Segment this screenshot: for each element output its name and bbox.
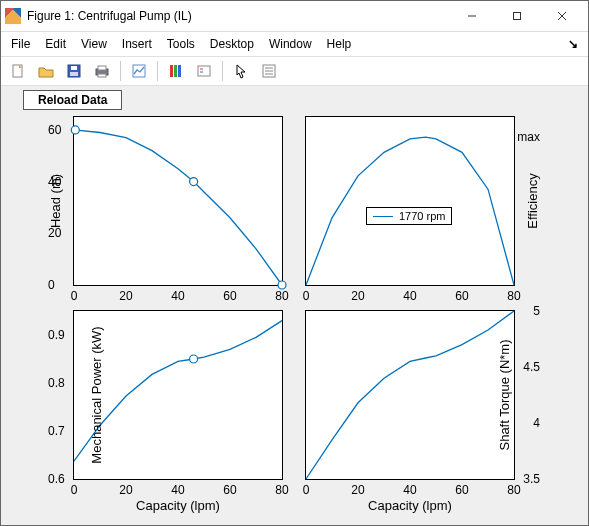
minimize-icon [467, 11, 477, 21]
svg-marker-19 [237, 65, 245, 78]
xtick: 20 [119, 483, 132, 497]
xtick: 60 [455, 289, 468, 303]
new-figure-icon [10, 63, 26, 79]
plot-mech-power: Mechanical Power (kW) Capacity (lpm) 020… [7, 310, 287, 520]
ytick: 0.6 [48, 472, 65, 486]
xtick: 0 [71, 483, 78, 497]
xtick: 0 [303, 289, 310, 303]
reload-data-button[interactable]: Reload Data [23, 90, 122, 110]
svg-rect-13 [170, 65, 173, 77]
pointer-arrow-icon [233, 63, 249, 79]
legend-button[interactable] [191, 58, 217, 84]
print-button[interactable] [89, 58, 115, 84]
menu-window[interactable]: Window [263, 35, 318, 53]
xtick: 40 [171, 483, 184, 497]
xlabel-torque: Capacity (lpm) [368, 498, 452, 513]
ytick: 0 [48, 278, 55, 292]
matlab-logo-icon [5, 8, 21, 24]
ytick: 0.7 [48, 424, 65, 438]
ylabel-efficiency: Efficiency [525, 173, 540, 228]
figure-area: Reload Data Head (m) 0204060800204060 Ef… [1, 86, 588, 525]
xlabel-mech-power: Capacity (lpm) [136, 498, 220, 513]
dock-arrow-icon[interactable]: ↘ [562, 35, 584, 53]
toolbar-separator [222, 61, 223, 81]
datacursor-button[interactable] [126, 58, 152, 84]
xtick: 40 [171, 289, 184, 303]
titlebar: Figure 1: Centrifugal Pump (IL) [1, 1, 588, 32]
save-button[interactable] [61, 58, 87, 84]
ytick-max: max [517, 130, 540, 144]
ylabel-torque: Shaft Torque (N*m) [497, 339, 512, 450]
menu-file[interactable]: File [5, 35, 36, 53]
series-head [74, 117, 282, 285]
xtick: 20 [119, 289, 132, 303]
toolbar-separator [157, 61, 158, 81]
xtick: 80 [275, 289, 288, 303]
legend-swatch-icon [373, 216, 393, 217]
xtick: 60 [223, 289, 236, 303]
colorbar-button[interactable] [163, 58, 189, 84]
maximize-button[interactable] [494, 1, 539, 31]
pointer-button[interactable] [228, 58, 254, 84]
menu-help[interactable]: Help [321, 35, 358, 53]
print-icon [94, 63, 110, 79]
svg-rect-11 [98, 74, 106, 77]
close-icon [557, 11, 567, 21]
ytick: 4.5 [523, 360, 540, 374]
axes-efficiency[interactable]: Efficiency 1770 rpm 020406080max [305, 116, 515, 286]
close-button[interactable] [539, 1, 584, 31]
svg-rect-10 [98, 66, 106, 70]
ylabel-mech-power: Mechanical Power (kW) [89, 326, 104, 463]
svg-rect-16 [198, 66, 210, 76]
plot-torque: Shaft Torque (N*m) Capacity (lpm) 020406… [297, 310, 577, 520]
menubar: File Edit View Insert Tools Desktop Wind… [1, 32, 588, 57]
xtick: 40 [403, 483, 416, 497]
toolbar [1, 57, 588, 86]
xtick: 20 [351, 483, 364, 497]
series-efficiency [306, 117, 514, 285]
plot-efficiency: Efficiency 1770 rpm 020406080max [297, 110, 577, 310]
ytick: 0.9 [48, 328, 65, 342]
svg-rect-15 [178, 65, 181, 77]
ytick: 5 [533, 304, 540, 318]
axes-head[interactable]: Head (m) 0204060800204060 [73, 116, 283, 286]
svg-rect-14 [174, 65, 177, 77]
legend[interactable]: 1770 rpm [366, 207, 452, 225]
plot-head: Head (m) 0204060800204060 [7, 110, 287, 310]
minimize-button[interactable] [449, 1, 494, 31]
axes-torque[interactable]: Shaft Torque (N*m) Capacity (lpm) 020406… [305, 310, 515, 480]
xtick: 40 [403, 289, 416, 303]
menu-desktop[interactable]: Desktop [204, 35, 260, 53]
xtick: 20 [351, 289, 364, 303]
svg-point-27 [190, 355, 198, 363]
menu-tools[interactable]: Tools [161, 35, 201, 53]
xtick: 60 [223, 483, 236, 497]
open-button[interactable] [33, 58, 59, 84]
save-floppy-icon [66, 63, 82, 79]
maximize-icon [512, 11, 522, 21]
plots-container: Head (m) 0204060800204060 Efficiency 177… [7, 110, 582, 519]
properties-icon [261, 63, 277, 79]
props-button[interactable] [256, 58, 282, 84]
open-folder-icon [38, 63, 54, 79]
legend-label: 1770 rpm [399, 210, 445, 222]
datacursor-icon [131, 63, 147, 79]
ytick: 40 [48, 175, 61, 189]
svg-point-26 [278, 281, 286, 289]
new-figure-button[interactable] [5, 58, 31, 84]
svg-point-25 [190, 178, 198, 186]
window-title: Figure 1: Centrifugal Pump (IL) [27, 9, 192, 23]
menu-edit[interactable]: Edit [39, 35, 72, 53]
menu-insert[interactable]: Insert [116, 35, 158, 53]
ytick: 20 [48, 226, 61, 240]
xtick: 60 [455, 483, 468, 497]
ytick: 4 [533, 416, 540, 430]
menu-view[interactable]: View [75, 35, 113, 53]
svg-rect-8 [70, 72, 78, 76]
xtick: 80 [275, 483, 288, 497]
xtick: 80 [507, 289, 520, 303]
ytick: 60 [48, 123, 61, 137]
axes-mech-power[interactable]: Mechanical Power (kW) Capacity (lpm) 020… [73, 310, 283, 480]
ytick: 0.8 [48, 376, 65, 390]
svg-rect-1 [513, 13, 520, 20]
